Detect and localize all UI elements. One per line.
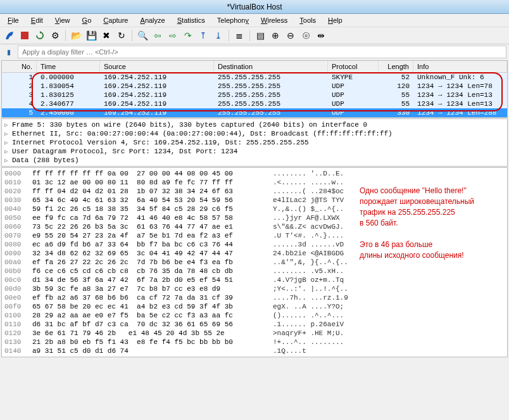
packet-row[interactable]: 42.340677169.254.252.119255.255.255.255U…	[2, 99, 507, 108]
detail-line[interactable]: Data (288 bytes)	[3, 156, 506, 165]
col-source[interactable]: Source	[100, 61, 214, 72]
close-file-icon[interactable]: ✖	[99, 29, 113, 42]
window-titlebar: *VirtualBox Host	[0, 0, 509, 14]
menu-wireless[interactable]: Wireless	[256, 15, 292, 25]
resize-columns-icon[interactable]: ⇹	[314, 29, 328, 42]
menu-telephony[interactable]: Telephony	[212, 15, 254, 25]
open-file-icon[interactable]: 📂	[69, 29, 83, 42]
col-destination[interactable]: Destination	[214, 61, 328, 72]
main-toolbar: ⚙ 📂 💾 ✖ ↻ 🔍 ⇦ ⇨ ↷ ⤒ ⤓ ≣ ▤ ⊕ ⊖ ⦾ ⇹	[0, 27, 509, 44]
detail-line[interactable]: User Datagram Protocol, Src Port: 1234, …	[3, 147, 506, 156]
zoom-out-icon[interactable]: ⊖	[284, 29, 298, 42]
hex-row[interactable]: 0000ff ff ff ff ff ff 0a 00 27 00 00 44 …	[4, 169, 505, 178]
go-back-icon[interactable]: ⇦	[151, 29, 165, 42]
filter-toolbar: ▮	[0, 44, 509, 60]
packet-row[interactable]: 31.830125169.254.252.119255.255.255.255U…	[2, 91, 507, 99]
menubar: File Edit View Go Capture Analyze Statis…	[0, 14, 509, 27]
filter-bookmark-icon[interactable]: ▮	[3, 46, 15, 58]
zoom-reset-icon[interactable]: ⦾	[299, 29, 313, 42]
hex-row[interactable]: 01203e 6e 61 71 79 46 2b e1 48 45 20 4d …	[4, 329, 505, 338]
capture-options-icon[interactable]: ⚙	[48, 29, 62, 42]
menu-statistics[interactable]: Statistics	[172, 15, 210, 25]
autoscroll-icon[interactable]: ≣	[232, 29, 246, 42]
col-protocol[interactable]: Protocol	[328, 61, 379, 72]
shark-fin-icon[interactable]	[3, 29, 16, 42]
col-no[interactable]: No.	[2, 61, 37, 72]
packet-list-header: No. Time Source Destination Protocol Len…	[2, 61, 507, 73]
packet-bytes-pane: Одно сообщение "Hello there!" порождает …	[1, 167, 508, 357]
detail-line[interactable]: Internet Protocol Version 4, Src: 169.25…	[3, 138, 506, 147]
reload-icon[interactable]: ↻	[115, 29, 129, 42]
window-title: *VirtualBox Host	[227, 3, 282, 11]
hex-row[interactable]: 0140a9 31 51 c5 d0 d1 d6 74 .1Q....t	[4, 347, 505, 355]
col-length[interactable]: Length	[379, 61, 413, 72]
save-file-icon[interactable]: 💾	[84, 29, 98, 42]
detail-line[interactable]: Frame 5: 330 bytes on wire (2640 bits), …	[3, 120, 506, 129]
packet-details-pane: Frame 5: 330 bytes on wire (2640 bits), …	[1, 118, 508, 167]
hex-row[interactable]: 010028 29 a2 aa ae e0 e7 f5 ba 5e c2 cc …	[4, 311, 505, 320]
go-first-icon[interactable]: ⤒	[196, 29, 210, 42]
detail-line[interactable]: Ethernet II, Src: 0a:00:27:00:00:44 (0a:…	[3, 129, 506, 138]
hex-row[interactable]: 00d03b 59 3c fe a8 3a 27 e7 7c b8 b7 cc …	[4, 284, 505, 293]
svg-rect-0	[21, 32, 28, 39]
menu-analyze[interactable]: Analyze	[135, 15, 170, 25]
hex-row[interactable]: 00e0ef fb a2 a6 37 68 b6 b6 ca cf 72 7a …	[4, 293, 505, 302]
hex-row[interactable]: 00c0d1 34 de 56 3f 6a 47 42 6f 7a 2b d0 …	[4, 276, 505, 284]
hex-row[interactable]: 00b0f6 ce c6 c5 cd c6 cb c8 cb 76 35 da …	[4, 267, 505, 276]
menu-edit[interactable]: Edit	[26, 15, 48, 25]
restart-capture-icon[interactable]	[33, 29, 47, 42]
hex-row[interactable]: 00f065 67 58 be 20 ec ec 41 a4 b2 e3 cd …	[4, 302, 505, 311]
col-info[interactable]: Info	[413, 61, 507, 72]
hex-row[interactable]: 013021 2b a8 b0 eb f5 f1 43 e8 fe f4 f5 …	[4, 338, 505, 347]
go-forward-icon[interactable]: ⇨	[166, 29, 180, 42]
stop-capture-icon[interactable]	[18, 29, 32, 42]
menu-tools[interactable]: Tools	[294, 15, 321, 25]
coloring-icon[interactable]: ▤	[253, 29, 267, 42]
annotation-text: Одно сообщение "Hello there!" порождает …	[360, 186, 474, 261]
go-last-icon[interactable]: ⤓	[211, 29, 225, 42]
packet-row[interactable]: 52.450000169.254.252.119255.255.255.255U…	[2, 108, 507, 117]
hex-row[interactable]: 0110d6 31 bc af bf d7 c3 ca 70 dc 32 36 …	[4, 320, 505, 329]
go-to-packet-icon[interactable]: ↷	[181, 29, 195, 42]
menu-help[interactable]: Help	[323, 15, 348, 25]
zoom-in-icon[interactable]: ⊕	[268, 29, 282, 42]
display-filter-input[interactable]	[18, 46, 506, 58]
menu-capture[interactable]: Capture	[98, 15, 133, 25]
find-icon[interactable]: 🔍	[135, 29, 149, 42]
packet-row[interactable]: 21.830054169.254.252.119255.255.255.255U…	[2, 82, 507, 91]
menu-view[interactable]: View	[50, 15, 75, 25]
packet-list-pane: No. Time Source Destination Protocol Len…	[1, 60, 508, 118]
packet-row[interactable]: 10.000000169.254.252.119255.255.255.255S…	[2, 73, 507, 82]
col-time[interactable]: Time	[37, 61, 100, 72]
menu-go[interactable]: Go	[77, 15, 97, 25]
menu-file[interactable]: File	[3, 15, 24, 25]
